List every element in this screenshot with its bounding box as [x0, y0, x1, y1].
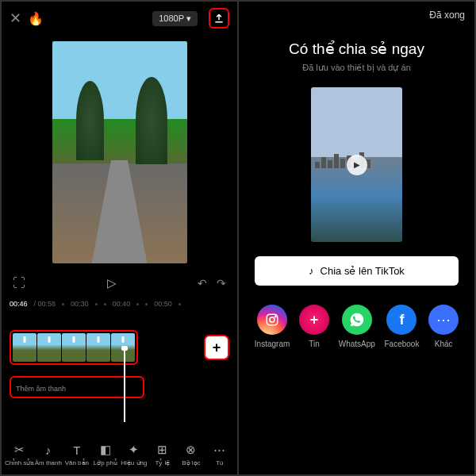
- more-icon: ⋯: [213, 443, 225, 457]
- tool-edit[interactable]: ✂Chỉnh sửa: [5, 443, 34, 466]
- timeline[interactable]: +: [2, 322, 237, 373]
- share-tiktok-button[interactable]: ♪ Chia sẻ lên TikTok: [255, 256, 459, 286]
- clip-strip[interactable]: [10, 330, 138, 365]
- video-clip[interactable]: [86, 333, 110, 362]
- share-whatsapp[interactable]: WhatsApp: [339, 305, 375, 348]
- resolution-label: 1080P: [159, 13, 184, 23]
- tiktok-icon: ♪: [309, 265, 314, 277]
- resolution-selector[interactable]: 1080P ▾: [152, 11, 198, 26]
- editor-screen: ✕ 🔥 1080P ▾ ⛶ ▷ ↶ ↷ 00:46 / 00:58: [2, 2, 237, 474]
- add-clip-button[interactable]: +: [204, 335, 229, 360]
- tool-overlay[interactable]: ◧Lớp phủ: [91, 443, 120, 466]
- effects-icon: ✦: [129, 443, 139, 457]
- tool-effects[interactable]: ✦Hiệu ứng: [120, 443, 148, 466]
- video-thumbnail[interactable]: ▶: [311, 87, 402, 242]
- music-icon: ♪: [45, 443, 52, 457]
- share-title: Có thể chia sẻ ngay: [239, 40, 474, 58]
- whatsapp-icon: [342, 305, 372, 335]
- share-subtitle: Đã lưu vào thiết bị và dự án: [239, 63, 474, 73]
- text-icon: T: [73, 443, 80, 457]
- done-button[interactable]: Đã xong: [429, 10, 465, 21]
- ratio-icon: ⊞: [157, 443, 167, 457]
- bottom-toolbar: ✂Chỉnh sửa ♪Âm thanh TVăn bản ◧Lớp phủ ✦…: [2, 436, 237, 474]
- share-tin[interactable]: Tin: [299, 305, 329, 348]
- time-mark: 00:30: [71, 300, 89, 308]
- tool-text[interactable]: TVăn bản: [63, 443, 91, 466]
- share-instagram[interactable]: Instagram: [255, 305, 290, 348]
- flame-icon[interactable]: 🔥: [28, 11, 44, 26]
- current-time: 00:46: [10, 300, 28, 308]
- play-icon[interactable]: ▶: [347, 155, 367, 175]
- fullscreen-icon[interactable]: ⛶: [13, 276, 25, 290]
- share-facebook[interactable]: fFacebook: [385, 305, 420, 348]
- tool-audio[interactable]: ♪Âm thanh: [34, 443, 63, 466]
- svg-point-1: [270, 317, 274, 322]
- redo-button[interactable]: ↷: [217, 277, 226, 290]
- time-mark: 00:40: [113, 300, 131, 308]
- total-time: / 00:58: [34, 300, 56, 308]
- share-screen: Đã xong Có thể chia sẻ ngay Đã lưu vào t…: [239, 2, 474, 474]
- instagram-icon: [257, 305, 287, 335]
- tool-more[interactable]: ⋯Tù: [205, 443, 234, 466]
- scissors-icon: ✂: [14, 443, 25, 457]
- tiktok-label: Chia sẻ lên TikTok: [321, 265, 405, 277]
- facebook-icon: f: [386, 305, 416, 335]
- tool-ratio[interactable]: ⊞Tỷ lệ: [148, 443, 177, 466]
- undo-button[interactable]: ↶: [198, 277, 207, 290]
- time-mark: 00:50: [154, 300, 172, 308]
- more-icon: ⋯: [428, 305, 459, 335]
- video-clip[interactable]: [62, 333, 86, 362]
- overlay-icon: ◧: [100, 443, 111, 457]
- svg-point-2: [274, 316, 276, 317]
- timecode-ruler: 00:46 / 00:58 00:30 00:40 00:50: [2, 297, 237, 311]
- editor-topbar: ✕ 🔥 1080P ▾: [2, 2, 237, 35]
- filter-icon: ⊗: [186, 443, 196, 457]
- chevron-down-icon: ▾: [186, 13, 191, 24]
- close-icon[interactable]: ✕: [10, 10, 21, 27]
- video-clip[interactable]: [13, 333, 36, 362]
- player-controls: ⛶ ▷ ↶ ↷: [2, 270, 237, 297]
- export-button[interactable]: [209, 8, 229, 29]
- audio-label: Thêm âm thanh: [16, 385, 66, 393]
- upload-icon: [213, 13, 225, 24]
- video-clip[interactable]: [37, 333, 61, 362]
- play-button[interactable]: ▷: [107, 276, 117, 290]
- tool-filter[interactable]: ⊗Bộ lọc: [177, 443, 205, 466]
- playhead[interactable]: [124, 349, 125, 422]
- video-preview[interactable]: [52, 41, 187, 263]
- tin-icon: [299, 305, 329, 335]
- social-share-row: Instagram Tin WhatsApp fFacebook ⋯Khác: [239, 297, 474, 356]
- share-more[interactable]: ⋯Khác: [428, 305, 459, 348]
